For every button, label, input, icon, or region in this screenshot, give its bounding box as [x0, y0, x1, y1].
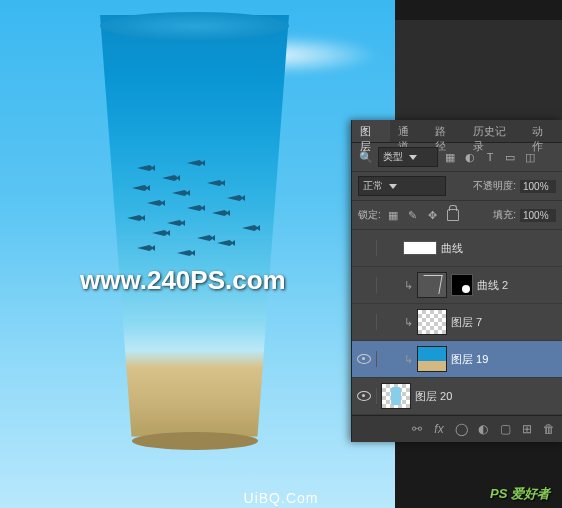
lock-row: 锁定: ▦ ✎ ✥ 填充: 100%	[352, 201, 562, 230]
search-icon[interactable]: 🔍	[358, 149, 374, 165]
layer-mask[interactable]	[451, 274, 473, 296]
layer-thumb[interactable]	[417, 272, 447, 298]
layer-thumb[interactable]	[417, 309, 447, 335]
filter-pixel-icon[interactable]: ▦	[442, 149, 458, 165]
tab-paths[interactable]: 路径	[427, 120, 465, 142]
clip-icon: ↳	[403, 316, 413, 329]
cup-rim	[100, 12, 289, 40]
delete-icon[interactable]: 🗑	[542, 421, 556, 437]
tab-actions[interactable]: 动作	[524, 120, 562, 142]
cup-composite	[82, 15, 307, 445]
opacity-value[interactable]: 100%	[520, 180, 556, 193]
layers-panel: 图层 通道 路径 历史记录 动作 🔍 类型 ▦ ◐ T ▭ ◫ 正常 不透明度:…	[351, 120, 562, 442]
fx-icon[interactable]: fx	[432, 421, 446, 437]
visibility-toggle[interactable]	[356, 388, 372, 404]
tab-channels[interactable]: 通道	[390, 120, 428, 142]
tab-history[interactable]: 历史记录	[465, 120, 524, 142]
layer-name[interactable]: 曲线 2	[477, 278, 508, 293]
filter-adjust-icon[interactable]: ◐	[462, 149, 478, 165]
cup-base	[132, 432, 258, 450]
filter-row: 🔍 类型 ▦ ◐ T ▭ ◫	[352, 143, 562, 172]
panel-footer: ⚯ fx ◯ ◐ ▢ ⊞ 🗑	[352, 415, 562, 442]
mask-icon[interactable]: ◯	[454, 421, 468, 437]
filter-label: 类型	[383, 150, 403, 164]
watermark-text: www.240PS.com	[80, 265, 286, 296]
lock-label: 锁定:	[358, 208, 381, 222]
layer-thumb[interactable]	[417, 346, 447, 372]
lock-transparency-icon[interactable]: ▦	[385, 207, 401, 223]
layer-name[interactable]: 图层 7	[451, 315, 482, 330]
workspace-bg	[395, 20, 562, 120]
filter-shape-icon[interactable]: ▭	[502, 149, 518, 165]
lock-pixels-icon[interactable]: ✎	[405, 207, 421, 223]
layer-list: 曲线 ↳ 曲线 2 ↳ 图层 7 ↳ 图层 19	[352, 230, 562, 415]
filter-type-dropdown[interactable]: 类型	[378, 147, 438, 167]
layer-row[interactable]: ↳ 图层 7	[352, 304, 562, 341]
link-layers-icon[interactable]: ⚯	[410, 421, 424, 437]
footer-url: UiBQ.Com	[244, 490, 319, 506]
lock-all-icon[interactable]	[445, 207, 461, 223]
layer-name[interactable]: 图层 20	[415, 389, 452, 404]
fish-school	[117, 155, 277, 275]
layer-name[interactable]: 图层 19	[451, 352, 488, 367]
fill-value[interactable]: 100%	[520, 209, 556, 222]
fill-label: 填充:	[493, 208, 516, 222]
visibility-toggle[interactable]	[356, 240, 372, 256]
layer-thumb[interactable]	[381, 383, 411, 409]
visibility-toggle[interactable]	[356, 351, 372, 367]
layer-row[interactable]: ↳ 图层 19	[352, 341, 562, 378]
adjustment-icon[interactable]: ◐	[476, 421, 490, 437]
lock-position-icon[interactable]: ✥	[425, 207, 441, 223]
blend-mode-dropdown[interactable]: 正常	[358, 176, 446, 196]
clip-icon: ↳	[403, 279, 413, 292]
filter-smart-icon[interactable]: ◫	[522, 149, 538, 165]
filter-text-icon[interactable]: T	[482, 149, 498, 165]
layer-row[interactable]: 图层 20	[352, 378, 562, 415]
layer-mask[interactable]	[403, 241, 437, 255]
layer-row[interactable]: ↳ 曲线 2	[352, 267, 562, 304]
tab-layers[interactable]: 图层	[352, 120, 390, 142]
blend-mode-value: 正常	[363, 179, 383, 193]
layer-row[interactable]: 曲线	[352, 230, 562, 267]
layer-name[interactable]: 曲线	[441, 241, 463, 256]
clip-icon: ↳	[403, 353, 413, 366]
group-icon[interactable]: ▢	[498, 421, 512, 437]
visibility-toggle[interactable]	[356, 277, 372, 293]
new-layer-icon[interactable]: ⊞	[520, 421, 534, 437]
visibility-toggle[interactable]	[356, 314, 372, 330]
opacity-label: 不透明度:	[473, 179, 516, 193]
document-canvas: www.240PS.com	[0, 0, 395, 508]
footer-url-wrap: UiBQ.Com	[0, 490, 562, 506]
panel-tabs: 图层 通道 路径 历史记录 动作	[352, 120, 562, 143]
blend-row: 正常 不透明度: 100%	[352, 172, 562, 201]
